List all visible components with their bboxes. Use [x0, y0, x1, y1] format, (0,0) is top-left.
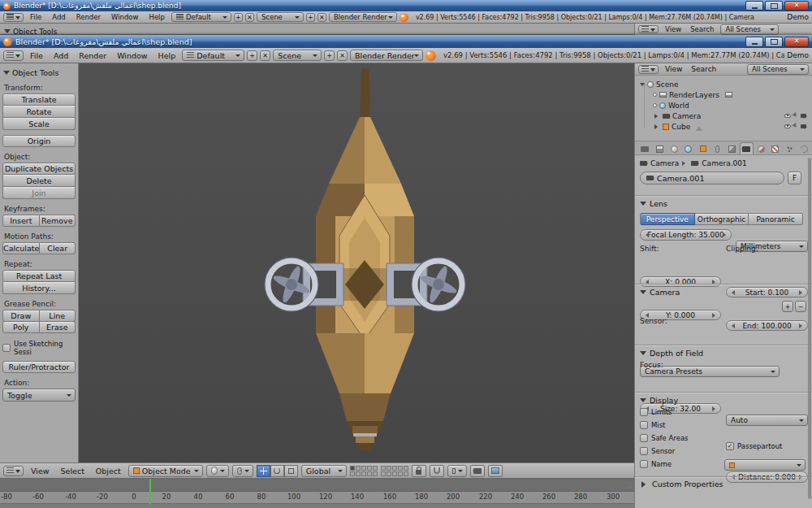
orientation-dropdown[interactable]: Global: [301, 465, 347, 477]
action-dropdown[interactable]: Toggle: [2, 389, 76, 402]
restrict-select-icon[interactable]: [792, 112, 800, 120]
focal-length-field[interactable]: Focal Length: 35.000: [640, 229, 732, 241]
expand-icon[interactable]: [654, 124, 660, 129]
outliner-item-world[interactable]: World: [635, 100, 812, 111]
tab-render[interactable]: [638, 142, 652, 154]
screen-layout-dropdown[interactable]: Default: [182, 50, 244, 61]
layer-cell[interactable]: [381, 466, 386, 471]
delete-button[interactable]: Delete: [2, 175, 76, 187]
focus-object-field[interactable]: [724, 459, 806, 471]
restrict-select-icon[interactable]: [792, 123, 800, 131]
add-scene-button[interactable]: +: [324, 50, 335, 61]
dof-panel-header[interactable]: Depth of Field: [635, 345, 812, 358]
editor-type-button[interactable]: [3, 13, 24, 22]
layer-cell[interactable]: [392, 466, 397, 471]
tab-render-layers[interactable]: [653, 142, 667, 154]
custom-properties-panel-header[interactable]: Custom Properties: [635, 476, 812, 488]
back-maximize-button[interactable]: [765, 1, 783, 11]
menu-file[interactable]: File: [26, 50, 47, 61]
delete-scene-button[interactable]: ✕: [317, 13, 326, 22]
snap-toggle-button[interactable]: [430, 465, 444, 477]
layer-cell[interactable]: [367, 466, 372, 471]
add-layout-button[interactable]: +: [247, 50, 257, 61]
render-engine-dropdown[interactable]: Blender Render: [329, 12, 397, 22]
menu-view[interactable]: View: [27, 466, 54, 476]
layer-cell[interactable]: [387, 466, 391, 471]
panoramic-button[interactable]: Panoramic: [749, 213, 803, 225]
outliner-search-menu[interactable]: Search: [688, 25, 716, 33]
delete-layout-button[interactable]: ✕: [260, 50, 270, 61]
menu-add[interactable]: Add: [48, 12, 69, 22]
remove-keyframe-button[interactable]: Remove: [40, 215, 76, 227]
fake-user-button[interactable]: F: [788, 172, 801, 185]
delete-scene-button[interactable]: ✕: [337, 50, 348, 61]
passepartout-checkbox[interactable]: ✓Passepartout: [726, 442, 782, 450]
outliner-item-scene[interactable]: Scene: [635, 79, 812, 89]
layer-cell[interactable]: [361, 471, 366, 476]
grease-draw-button[interactable]: Draw: [2, 310, 40, 322]
tab-object-data[interactable]: [740, 142, 754, 154]
duplicate-objects-button[interactable]: Duplicate Objects: [2, 163, 76, 175]
expand-icon[interactable]: [654, 114, 660, 119]
viewport-canvas[interactable]: [79, 63, 634, 462]
viewport-editor-button[interactable]: [3, 466, 24, 476]
snap-element-dropdown[interactable]: [447, 465, 467, 477]
layer-cell[interactable]: [356, 471, 361, 476]
ship-model[interactable]: [316, 68, 414, 450]
layer-cell[interactable]: [398, 466, 403, 471]
opengl-render-button[interactable]: [470, 465, 485, 477]
front-window-titlebar[interactable]: Blender* [D:\اعمالي ملفش\مفروعات\shep.bl…: [0, 35, 812, 48]
join-button[interactable]: Join: [2, 187, 76, 199]
name-checkbox[interactable]: Name: [640, 460, 672, 468]
tab-constraints[interactable]: [710, 142, 724, 154]
timeline-corner-grip[interactable]: [625, 481, 633, 488]
calculate-paths-button[interactable]: Calculate: [2, 242, 40, 254]
tab-material[interactable]: [754, 142, 768, 154]
layer-cell[interactable]: [404, 466, 408, 471]
clear-paths-button[interactable]: Clear: [40, 242, 76, 254]
back-close-button[interactable]: ✕: [784, 1, 809, 11]
opengl-render-anim-button[interactable]: [488, 465, 503, 477]
back-minimize-button[interactable]: [745, 1, 763, 11]
tab-texture[interactable]: [768, 142, 782, 154]
ruler-protractor-button[interactable]: Ruler/Protractor: [2, 361, 76, 373]
menu-window[interactable]: Window: [113, 50, 151, 61]
menu-render[interactable]: Render: [75, 50, 110, 61]
back-window-titlebar[interactable]: Blender* [D:\اعمالي ملفش\مفروعات\shep.bl…: [0, 0, 812, 11]
layer-cell[interactable]: [387, 471, 391, 476]
object-tools-panel-header[interactable]: Object Tools: [3, 67, 76, 78]
close-button[interactable]: ✕: [784, 37, 809, 47]
properties-scrollbar[interactable]: [808, 158, 811, 499]
tab-modifiers[interactable]: [725, 142, 739, 154]
name-field[interactable]: Camera.001: [640, 172, 784, 185]
layer-cell[interactable]: [367, 471, 372, 476]
layer-selector[interactable]: [350, 466, 408, 476]
outliner-display-dropdown[interactable]: All Scenes: [747, 64, 809, 75]
timeline-editor[interactable]: -80 -60 -40 -20 0 20 40 60 80 100 120 14…: [0, 478, 634, 508]
layer-cell[interactable]: [373, 471, 378, 476]
menu-help[interactable]: Help: [145, 12, 168, 22]
menu-file[interactable]: File: [26, 12, 45, 22]
outliner-display-dropdown[interactable]: All Scenes: [720, 24, 779, 35]
restrict-render-icon[interactable]: [801, 124, 806, 128]
layer-cell[interactable]: [361, 466, 366, 471]
outliner-item-renderlayers[interactable]: RenderLayers: [635, 89, 812, 100]
mist-checkbox[interactable]: Mist: [640, 421, 665, 429]
screen-layout-dropdown[interactable]: Default: [171, 12, 231, 22]
lens-panel-header[interactable]: Lens: [635, 195, 812, 209]
sensor-fit-dropdown[interactable]: Auto: [726, 415, 808, 426]
rotate-button[interactable]: Rotate: [2, 106, 76, 118]
sensor-checkbox[interactable]: Sensor: [640, 447, 675, 455]
grease-line-button[interactable]: Line: [40, 310, 76, 322]
outliner-item-camera[interactable]: Camera: [635, 111, 812, 121]
lock-to-scene-button[interactable]: [412, 465, 426, 477]
restrict-render-icon[interactable]: [801, 114, 806, 118]
menu-select[interactable]: Select: [57, 466, 89, 476]
tab-scene[interactable]: [667, 142, 681, 154]
breadcrumb-object[interactable]: Camera: [650, 159, 679, 167]
perspective-button[interactable]: Perspective: [640, 213, 695, 225]
tab-world[interactable]: [681, 142, 695, 154]
minimize-button[interactable]: [745, 37, 763, 47]
scene-dropdown[interactable]: Scene: [273, 50, 322, 61]
menu-render[interactable]: Render: [72, 12, 105, 22]
